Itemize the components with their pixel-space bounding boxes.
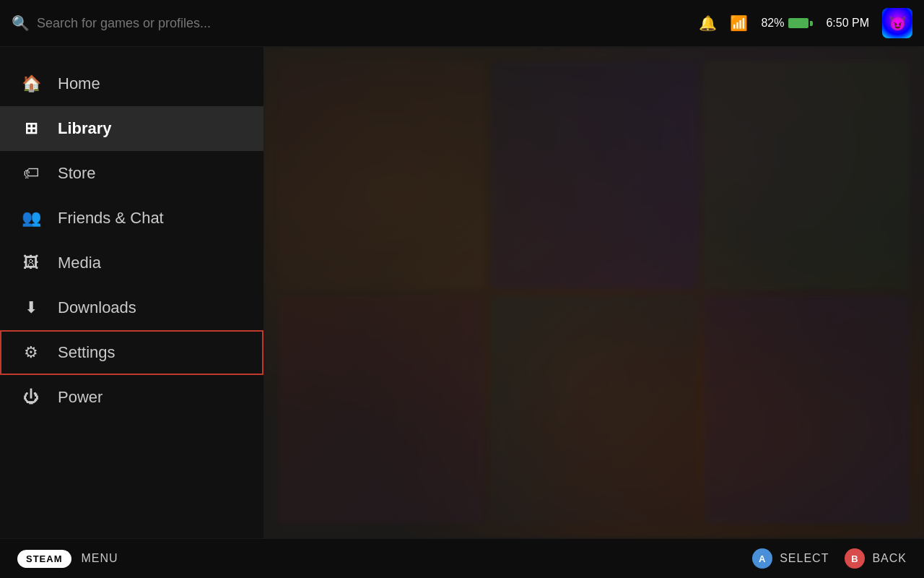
store-icon: 🏷	[20, 164, 42, 183]
sidebar-item-store[interactable]: 🏷Store	[0, 151, 263, 196]
signal-icon: 📶	[730, 14, 748, 32]
steam-badge: STEAM	[17, 550, 71, 568]
battery-icon	[788, 18, 813, 28]
power-icon: ⏻	[20, 388, 42, 407]
sidebar-label-settings: Settings	[58, 343, 116, 362]
settings-icon: ⚙	[20, 343, 42, 362]
sidebar-item-home[interactable]: 🏠Home	[0, 61, 263, 106]
battery-area: 82%	[761, 17, 813, 30]
sidebar-label-home: Home	[58, 74, 100, 93]
search-area[interactable]: 🔍 Search for games or profiles...	[12, 14, 699, 32]
home-icon: 🏠	[20, 74, 42, 93]
sidebar-item-friends[interactable]: 👥Friends & Chat	[0, 196, 263, 241]
sidebar-item-library[interactable]: ⊞Library	[0, 106, 263, 151]
downloads-icon: ⬇	[20, 298, 42, 317]
footer-right: A SELECT B BACK	[752, 548, 907, 569]
bg-tile	[491, 296, 697, 524]
library-icon: ⊞	[20, 119, 42, 138]
sidebar-item-downloads[interactable]: ⬇Downloads	[0, 285, 263, 330]
sidebar-label-media: Media	[58, 254, 101, 272]
search-icon: 🔍	[12, 14, 30, 32]
select-button[interactable]: A SELECT	[752, 548, 829, 569]
avatar-image: 😈	[882, 8, 912, 38]
sidebar-label-power: Power	[58, 388, 103, 407]
bg-tile	[278, 296, 484, 524]
bg-tile	[704, 296, 910, 524]
header-right: 🔔 📶 82% 6:50 PM 😈	[699, 8, 912, 38]
back-button[interactable]: B BACK	[845, 548, 907, 569]
bg-tile	[278, 61, 484, 289]
friends-icon: 👥	[20, 209, 42, 228]
footer-left: STEAM MENU	[17, 550, 118, 568]
b-btn-label: B	[851, 553, 858, 564]
time-display: 6:50 PM	[826, 17, 869, 30]
avatar[interactable]: 😈	[882, 8, 912, 38]
sidebar-item-settings[interactable]: ⚙Settings	[0, 330, 263, 375]
battery-percent: 82%	[761, 17, 784, 30]
b-button-circle: B	[845, 548, 865, 569]
a-button-circle: A	[752, 548, 772, 569]
back-label: BACK	[872, 552, 907, 565]
bg-tile	[491, 61, 697, 289]
sidebar-label-downloads: Downloads	[58, 298, 136, 317]
select-label: SELECT	[780, 552, 829, 565]
sidebar: 🏠Home⊞Library🏷Store👥Friends & Chat🖼Media…	[0, 47, 263, 538]
sidebar-label-friends: Friends & Chat	[58, 209, 164, 228]
footer: STEAM MENU A SELECT B BACK	[0, 538, 924, 578]
background-tiles	[263, 47, 924, 538]
header: 🔍 Search for games or profiles... 🔔 📶 82…	[0, 0, 924, 47]
a-btn-label: A	[759, 553, 766, 564]
sidebar-label-store: Store	[58, 164, 96, 183]
main-content	[263, 47, 924, 538]
sidebar-item-power[interactable]: ⏻Power	[0, 375, 263, 420]
sidebar-item-media[interactable]: 🖼Media	[0, 241, 263, 285]
search-input-placeholder[interactable]: Search for games or profiles...	[37, 16, 211, 31]
menu-label: MENU	[82, 552, 118, 565]
bg-tile	[704, 61, 910, 289]
media-icon: 🖼	[20, 254, 42, 272]
sidebar-label-library: Library	[58, 119, 112, 138]
notification-icon[interactable]: 🔔	[699, 14, 717, 32]
